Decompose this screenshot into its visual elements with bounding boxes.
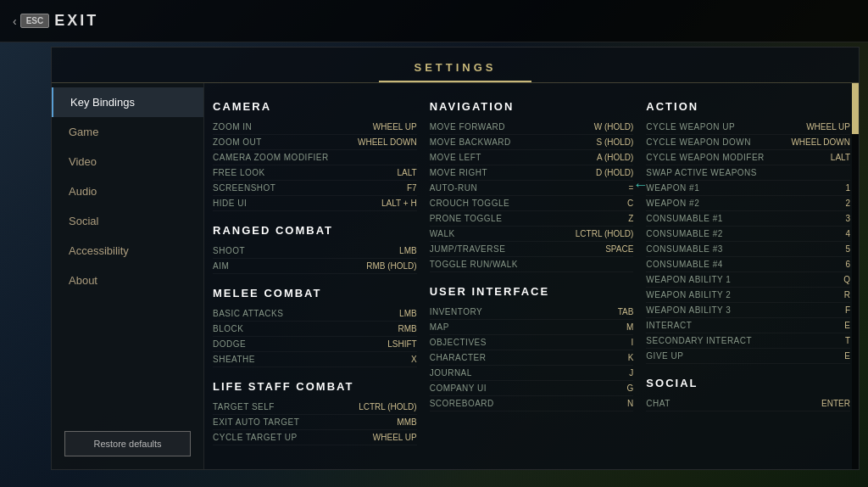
table-row: EXIT AUTO TARGET MMB [213,415,417,430]
section-title-navigation: NAVIGATION [430,100,634,113]
table-row: WEAPON #1 1 [646,181,850,196]
table-row: WEAPON ABILITY 1 Q [646,272,850,288]
table-row: SWAP ACTIVE WEAPONS [646,165,850,181]
table-row: CONSUMABLE #1 3 [646,211,850,227]
column-camera: CAMERA ZOOM IN WHEEL UP ZOOM OUT WHEEL D… [213,96,417,456]
table-row: INTERACT E [646,318,850,333]
sidebar-item-about[interactable]: About [52,266,203,295]
sidebar-item-accessibility[interactable]: Accessibility [52,236,203,266]
settings-title: SETTINGS [379,54,531,82]
table-row: AUTO-RUN = [430,181,634,196]
table-row: MOVE LEFT A (HOLD) [430,150,634,165]
section-title-ui: USER INTERFACE [430,285,634,298]
table-row: BASIC ATTACKS LMB [213,306,417,322]
content-area: Key Bindings Game Video Audio Social Acc… [52,83,859,469]
table-row: MOVE BACKWARD S (HOLD) [430,135,634,150]
table-row: SHEATHE X [213,352,417,367]
column-action: → ACTION CYCLE WEAPON UP WHEEL UP CYCLE … [646,96,850,456]
section-title-ranged: RANGED COMBAT [213,224,417,237]
exit-label: EXIT [54,12,98,30]
table-row: TARGET SELF LCTRL (HOLD) [213,400,417,415]
table-row: ZOOM OUT WHEEL DOWN [213,135,417,150]
table-row: WALK LCTRL (HOLD) [430,227,634,242]
table-row: JUMP/TRAVERSE SPACE [430,242,634,257]
arrow-indicator-icon: → [633,176,648,194]
scrollbar-track[interactable] [852,83,859,469]
table-row: WEAPON ABILITY 3 F [646,303,850,318]
section-title-melee: MELEE COMBAT [213,287,417,299]
section-title-action: ACTION [646,100,850,113]
table-row: CYCLE TARGET UP WHEEL UP [213,430,417,445]
table-row: CONSUMABLE #3 5 [646,242,850,257]
sidebar-item-game[interactable]: Game [52,117,203,147]
table-row: CONSUMABLE #2 4 [646,227,850,242]
table-row: WEAPON ABILITY 2 R [646,288,850,303]
table-row: CHARACTER K [430,350,634,366]
restore-defaults-button[interactable]: Restore defaults [64,431,191,456]
table-row: OBJECTIVES I [430,335,634,350]
table-row: SHOOT LMB [213,244,417,259]
table-row: GIVE UP E [646,349,850,364]
scrollbar-thumb[interactable] [852,83,859,134]
table-row: MOVE RIGHT D (HOLD) [430,165,634,181]
table-row: COMPANY UI G [430,381,634,396]
table-row: JOURNAL J [430,366,634,381]
table-row: SCREENSHOT F7 [213,181,417,196]
top-bar: ‹ ESC EXIT [0,0,868,42]
table-row: INVENTORY TAB [430,305,634,320]
table-row: CONSUMABLE #4 6 [646,257,850,272]
section-title-camera: CAMERA [213,100,417,113]
column-navigation: NAVIGATION MOVE FORWARD W (HOLD) MOVE BA… [430,96,634,456]
sidebar-footer: Restore defaults [52,418,203,469]
section-title-social: SOCIAL [646,377,850,389]
table-row: AIM RMB (HOLD) [213,259,417,274]
table-row: SECONDARY INTERACT T [646,333,850,349]
sidebar-item-video[interactable]: Video [52,147,203,176]
table-row: HIDE UI LALT + H [213,196,417,211]
section-title-lifestaff: LIFE STAFF COMBAT [213,380,417,393]
table-row: CYCLE WEAPON UP WHEEL UP [646,120,850,135]
back-arrow-icon: ‹ [13,14,17,28]
table-row: SCOREBOARD N [430,396,634,411]
table-row: CHAT ENTER [646,396,850,411]
table-row: ZOOM IN WHEEL UP [213,120,417,135]
main-container: SETTINGS Key Bindings Game Video Audio S… [51,47,860,470]
table-row: MAP M [430,320,634,335]
table-row: CROUCH TOGGLE C [430,196,634,211]
esc-badge: ESC [20,14,50,28]
table-row: FREE LOOK LALT [213,165,417,181]
sidebar-item-keybindings[interactable]: Key Bindings [52,87,203,117]
right-panel[interactable]: CAMERA ZOOM IN WHEEL UP ZOOM OUT WHEEL D… [204,83,859,469]
table-row: DODGE LSHIFT [213,337,417,352]
table-row: TOGGLE RUN/WALK [430,257,634,272]
sidebar-item-audio[interactable]: Audio [52,176,203,206]
sidebar-item-social[interactable]: Social [52,206,203,236]
table-row: CYCLE WEAPON DOWN WHEEL DOWN [646,135,850,150]
table-row: BLOCK RMB [213,322,417,337]
table-row: WEAPON #2 2 [646,196,850,211]
sidebar: Key Bindings Game Video Audio Social Acc… [52,83,204,469]
table-row: PRONE TOGGLE Z [430,211,634,227]
table-row: CYCLE WEAPON MODIFER LALT [646,150,850,165]
table-row: MOVE FORWARD W (HOLD) [430,120,634,135]
table-row: CAMERA ZOOM MODIFIER [213,150,417,165]
